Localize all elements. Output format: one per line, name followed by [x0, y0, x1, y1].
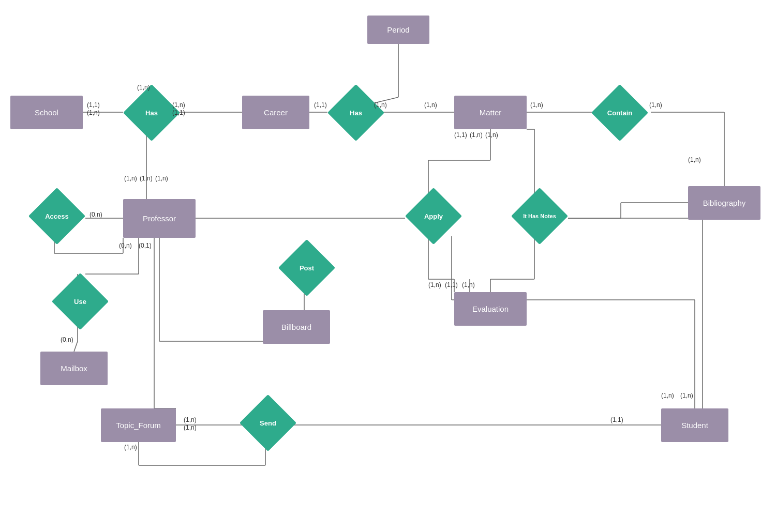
- label-s-has1-1: (1,1): [87, 101, 100, 109]
- entity-student: Student: [661, 408, 728, 442]
- label-eval1: (1,n): [428, 281, 441, 288]
- diamond-apply: Apply: [405, 198, 462, 234]
- label-student-top2: (1,n): [680, 392, 693, 399]
- svg-line-34: [74, 341, 78, 352]
- entity-professor: Professor: [123, 199, 196, 238]
- label-has2-matter: (1,n): [374, 101, 387, 109]
- entity-bibliography: Bibliography: [688, 186, 760, 220]
- label-matter-mid1: (1,1): [454, 131, 467, 139]
- diamond-access: Access: [28, 198, 85, 234]
- label-has1-career-1: (1,n): [172, 101, 185, 109]
- label-bib-top: (1,n): [688, 156, 701, 163]
- label-prof-top1: (1,n): [124, 175, 137, 182]
- label-tf-loop: (1,n): [124, 444, 137, 451]
- diamond-send: Send: [240, 405, 296, 441]
- entity-career: Career: [242, 96, 309, 129]
- label-prof-top2: (1,n): [140, 175, 153, 182]
- entity-mailbox: Mailbox: [40, 352, 108, 385]
- diamond-post: Post: [278, 250, 335, 286]
- diamond-contain: Contain: [591, 95, 648, 131]
- label-send-student: (1,1): [610, 416, 623, 423]
- diamond-use: Use: [52, 283, 109, 320]
- er-diagram: Period School Career Matter Bibliography…: [0, 0, 776, 532]
- label-career-has2: (1,1): [314, 101, 327, 109]
- label-access-loop1: (0,n): [119, 242, 132, 249]
- label-s-has1-2: (1,n): [87, 109, 100, 116]
- label-access-right: (0,n): [89, 211, 102, 218]
- label-has1-career-2: (1,1): [172, 109, 185, 116]
- diamond-it-has-notes: It Has Notes: [509, 198, 571, 234]
- entity-matter: Matter: [454, 96, 527, 129]
- entity-school: School: [10, 96, 83, 129]
- label-tf-send2: (1,n): [184, 424, 197, 431]
- label-eval3: (1,n): [462, 281, 475, 288]
- label-matter-left: (1,n): [424, 101, 437, 109]
- connector-lines: [0, 0, 776, 532]
- label-eval2: (1,1): [445, 281, 458, 288]
- label-matter-mid3: (1,n): [485, 131, 498, 139]
- label-tf-send1: (1,n): [184, 416, 197, 423]
- label-matter-contain: (1,n): [530, 101, 543, 109]
- entity-evaluation: Evaluation: [454, 292, 527, 326]
- diamond-has1: Has: [123, 95, 180, 131]
- entity-period: Period: [367, 16, 429, 44]
- label-prof-top3: (1,n): [155, 175, 168, 182]
- entity-billboard: Billboard: [263, 310, 330, 344]
- label-access-loop2: (0,1): [139, 242, 152, 249]
- label-use-mailbox: (0,n): [61, 336, 73, 343]
- diamond-has2: Has: [327, 95, 384, 131]
- label-contain-bib: (1,n): [649, 101, 662, 109]
- label-has1-top: (1,n): [137, 84, 150, 91]
- entity-topic-forum: Topic_Forum: [101, 408, 176, 442]
- label-student-top1: (1,n): [661, 392, 674, 399]
- label-matter-mid2: (1,n): [470, 131, 483, 139]
